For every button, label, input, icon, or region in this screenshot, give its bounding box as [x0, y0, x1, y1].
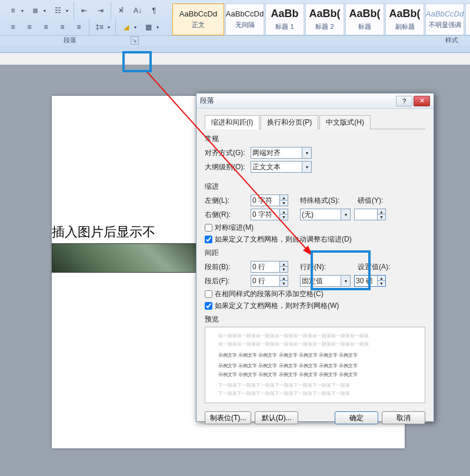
- align-right-btn[interactable]: ≡: [38, 21, 54, 33]
- tab-line-page-breaks[interactable]: 换行和分页(P): [261, 115, 318, 129]
- show-marks-btn[interactable]: ¶: [146, 4, 162, 17]
- snap-grid-checkbox[interactable]: [205, 302, 212, 310]
- line-spacing-btn[interactable]: ‡≡: [92, 21, 107, 33]
- alignment-dropdown-icon[interactable]: ▾: [302, 147, 312, 159]
- line-spacing-dropdown-icon[interactable]: ▾: [341, 275, 351, 287]
- preview-box: 前一段落前一段落前一段落前一段落前一段落前一段落前一段落前一段落 前一段落前一段…: [205, 327, 425, 403]
- styles-gallery[interactable]: AaBbCcDd正文AaBbCcDd无间隔AaBb标题 1AaBb(标题 2Aa…: [172, 2, 470, 36]
- alignment-label: 对齐方式(G):: [205, 148, 251, 158]
- asian-layout-btn[interactable]: ✕̂: [114, 4, 129, 17]
- borders-btn[interactable]: ▦: [141, 21, 156, 33]
- bullets-btn[interactable]: ≡: [5, 4, 21, 17]
- section-spacing: 间距: [205, 248, 425, 258]
- ok-button[interactable]: 确定: [335, 411, 378, 424]
- style-chip[interactable]: AaBb(标题: [345, 4, 384, 35]
- alignment-select[interactable]: 两端对齐: [251, 147, 302, 159]
- auto-indent-checkbox[interactable]: [205, 236, 212, 243]
- after-label: 段后(F):: [205, 276, 251, 286]
- style-chip[interactable]: AaBbCcDd不明显强调: [425, 4, 464, 35]
- cancel-button[interactable]: 取消: [382, 411, 425, 424]
- style-chip[interactable]: AaBb(副标题: [385, 4, 424, 35]
- right-indent-label: 右侧(R):: [205, 210, 251, 220]
- sort-btn[interactable]: A↓: [130, 4, 145, 17]
- align-center-btn[interactable]: ≡: [22, 21, 37, 33]
- section-indent: 缩进: [205, 182, 425, 192]
- no-space-checkbox[interactable]: [205, 290, 212, 298]
- dialog-title: 段落: [200, 96, 395, 106]
- left-indent-spinner[interactable]: 0 字符▲▼: [251, 195, 288, 206]
- help-button[interactable]: ?: [396, 96, 412, 106]
- style-chip[interactable]: AaBb标题 1: [265, 4, 304, 35]
- special-label: 特殊格式(S):: [300, 196, 349, 206]
- left-indent-label: 左侧(L):: [205, 196, 251, 206]
- paragraph-dialog: 段落 ? ✕ 缩进和间距(I) 换行和分页(P) 中文版式(H) 常规 对齐方式…: [196, 93, 434, 422]
- line-spacing-label: 行距(N):: [300, 262, 349, 272]
- decrease-indent-btn[interactable]: ⇤: [76, 4, 92, 17]
- numbering-btn[interactable]: ≣: [28, 4, 43, 17]
- section-general: 常规: [205, 134, 425, 144]
- right-indent-spinner[interactable]: 0 字符▲▼: [251, 209, 288, 220]
- distribute-btn[interactable]: ≡: [71, 21, 86, 33]
- special-by-spinner[interactable]: ▲▼: [354, 209, 386, 220]
- multilevel-btn[interactable]: ☷: [50, 4, 65, 17]
- ribbon: ≡▾ ≣▾ ☷▾ ⇤ ⇥ ✕̂ A↓ ¶ ≡ ≡ ≡ ≡ ≡ ‡≡▾ ◢▾: [0, 0, 470, 53]
- tabs-button[interactable]: 制表位(T)...: [205, 411, 251, 424]
- mirror-indent-checkbox[interactable]: [205, 224, 212, 232]
- dialog-titlebar: 段落 ? ✕: [196, 93, 434, 109]
- outline-dropdown-icon[interactable]: ▾: [302, 161, 312, 173]
- align-justify-btn[interactable]: ≡: [55, 21, 70, 33]
- after-spinner[interactable]: 0 行▲▼: [251, 275, 288, 287]
- shading-btn[interactable]: ◢: [118, 21, 134, 33]
- special-select[interactable]: (无): [300, 209, 341, 220]
- doc-text: 插入图片后显示不: [52, 223, 155, 241]
- before-spinner[interactable]: 0 行▲▼: [251, 261, 288, 273]
- dialog-tabs: 缩进和间距(I) 换行和分页(P) 中文版式(H): [205, 115, 425, 129]
- style-chip[interactable]: AaBbCcDd无间隔: [225, 4, 264, 35]
- outline-label: 大纲级别(O):: [205, 162, 251, 172]
- at-spinner[interactable]: 30 磅▲▼: [354, 275, 386, 287]
- styles-group-label: 样式: [140, 36, 470, 46]
- default-button[interactable]: 默认(D)...: [255, 411, 298, 424]
- inserted-image: [52, 243, 205, 273]
- style-chip[interactable]: AaBb(标题 2: [305, 4, 344, 35]
- close-button[interactable]: ✕: [414, 96, 430, 106]
- at-label: 设置值(A):: [358, 262, 394, 272]
- style-chip[interactable]: AaBbCcDd正文: [172, 4, 224, 35]
- paragraph-group-label: 段落 ↘: [0, 36, 140, 46]
- ribbon-group-bar: 段落 ↘ 样式: [0, 35, 470, 46]
- before-label: 段前(B):: [205, 262, 251, 272]
- paragraph-dialog-launcher[interactable]: ↘: [131, 36, 139, 45]
- increase-indent-btn[interactable]: ⇥: [93, 4, 108, 17]
- tab-asian-typography[interactable]: 中文版式(H): [319, 115, 371, 129]
- outline-select[interactable]: 正文文本: [251, 161, 302, 173]
- style-chip[interactable]: AaBb(强调: [465, 4, 470, 35]
- tab-indent-spacing[interactable]: 缩进和间距(I): [205, 115, 259, 129]
- line-spacing-select[interactable]: 固定值: [300, 275, 341, 287]
- special-dropdown-icon[interactable]: ▾: [341, 209, 351, 220]
- align-left-btn[interactable]: ≡: [5, 21, 21, 33]
- special-by-label: 磅值(Y):: [358, 196, 394, 206]
- section-preview: 预览: [205, 314, 425, 324]
